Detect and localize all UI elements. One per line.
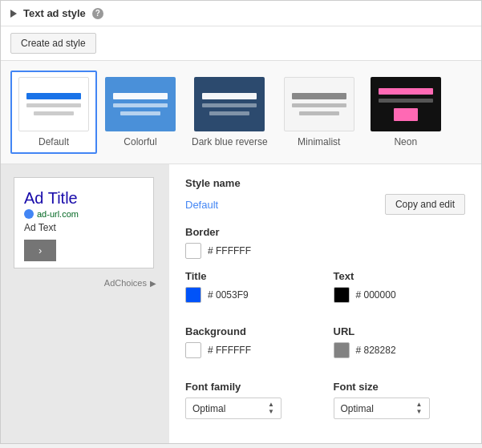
style-name-row: Default Copy and edit [185, 194, 465, 215]
title-hex-value: # 0053F9 [208, 289, 249, 301]
style-card-darkblue-label: Dark blue reverse [192, 136, 268, 147]
style-name-label: Style name [185, 177, 465, 189]
style-card-colorful[interactable]: Colorful [97, 71, 184, 154]
background-color-swatch[interactable] [185, 342, 201, 358]
ad-url-icon [24, 209, 34, 219]
chevron-down-icon: ▼ [268, 409, 274, 415]
thumb-minimalist [284, 77, 354, 131]
style-card-minimalist-label: Minimalist [298, 136, 340, 147]
copy-and-edit-button[interactable]: Copy and edit [385, 194, 465, 215]
ad-preview-panel: Ad Title ad-url.com Ad Text › AdChoices … [1, 164, 169, 443]
title-color-swatch[interactable] [185, 287, 201, 303]
thumb-colorful [105, 77, 176, 131]
url-color-row: # 828282 [334, 342, 466, 358]
style-settings-panel: Style name Default Copy and edit Border … [169, 164, 481, 443]
chevron-down-icon2: ▼ [416, 409, 423, 415]
border-hex-value: # FFFFFF [208, 245, 251, 256]
url-field-group: URL # 828282 [334, 325, 466, 369]
main-container: Text ad style ? Create ad style Default … [0, 0, 482, 444]
url-hex-value: # 828282 [356, 345, 396, 356]
background-hex-value: # FFFFFF [208, 345, 251, 356]
text-field-group: Text # 000000 [334, 270, 466, 314]
style-card-darkblue[interactable]: Dark blue reverse [184, 71, 276, 154]
style-cards-row: Default Colorful Dark blue reverse [1, 61, 481, 164]
background-label: Background [185, 325, 318, 337]
ad-url-row: ad-url.com [24, 209, 144, 219]
section-header: Text ad style ? [1, 1, 481, 26]
thumb-neon [371, 77, 441, 131]
ad-choices-icon: ▶ [150, 279, 156, 288]
style-card-colorful-label: Colorful [124, 136, 156, 147]
font-family-select[interactable]: Optimal ▲ ▼ [185, 398, 282, 419]
ad-choices-label: AdChoices [104, 278, 147, 288]
font-size-field-group: Font size Optimal ▲ ▼ [334, 381, 466, 419]
chevron-up-icon2: ▲ [416, 402, 423, 408]
text-label: Text [334, 270, 466, 282]
font-family-field-group: Font family Optimal ▲ ▼ [185, 381, 318, 419]
font-row: Font family Optimal ▲ ▼ Font size Optima… [185, 381, 465, 430]
ad-body-text: Ad Text [24, 222, 144, 233]
font-family-value: Optimal [192, 403, 225, 414]
url-color-swatch[interactable] [334, 342, 350, 358]
section-title: Text ad style [23, 7, 86, 19]
text-hex-value: # 000000 [356, 289, 396, 301]
font-size-select[interactable]: Optimal ▲ ▼ [334, 398, 430, 419]
create-ad-style-button[interactable]: Create ad style [10, 33, 96, 54]
title-label: Title [185, 270, 318, 282]
text-color-row: # 000000 [334, 287, 466, 303]
text-color-swatch[interactable] [334, 287, 350, 303]
collapse-icon[interactable] [10, 10, 17, 18]
style-card-default[interactable]: Default [10, 71, 97, 154]
bg-url-row: Background # FFFFFF URL # 828282 [185, 325, 465, 381]
title-color-row: # 0053F9 [185, 287, 318, 303]
title-text-row: Title # 0053F9 Text # 000000 [185, 270, 465, 325]
ad-title: Ad Title [24, 189, 144, 208]
ad-choices: AdChoices ▶ [104, 278, 156, 288]
style-card-minimalist[interactable]: Minimalist [276, 71, 363, 154]
border-label: Border [185, 226, 465, 238]
url-label: URL [334, 325, 466, 337]
style-card-default-label: Default [38, 136, 69, 147]
thumb-darkblue [194, 77, 265, 131]
style-card-neon[interactable]: Neon [363, 71, 449, 154]
border-color-row: # FFFFFF [185, 243, 465, 259]
font-size-label: Font size [334, 381, 466, 393]
chevron-up-icon: ▲ [268, 402, 274, 408]
font-family-arrows: ▲ ▼ [268, 402, 274, 415]
font-size-arrows: ▲ ▼ [416, 402, 423, 415]
main-content: Ad Title ad-url.com Ad Text › AdChoices … [1, 164, 481, 443]
style-card-neon-label: Neon [394, 136, 417, 147]
ad-url-text: ad-url.com [37, 209, 79, 219]
background-field-group: Background # FFFFFF [185, 325, 318, 369]
ad-cta-button[interactable]: › [24, 240, 56, 261]
title-field-group: Title # 0053F9 [185, 270, 318, 314]
help-icon[interactable]: ? [92, 8, 103, 19]
background-color-row: # FFFFFF [185, 342, 318, 358]
font-size-value: Optimal [341, 403, 374, 414]
font-family-label: Font family [185, 381, 318, 393]
border-color-swatch[interactable] [185, 243, 201, 259]
style-name-value: Default [185, 199, 218, 211]
toolbar: Create ad style [1, 26, 481, 61]
ad-preview-box: Ad Title ad-url.com Ad Text › [14, 177, 154, 268]
thumb-default [18, 77, 89, 131]
